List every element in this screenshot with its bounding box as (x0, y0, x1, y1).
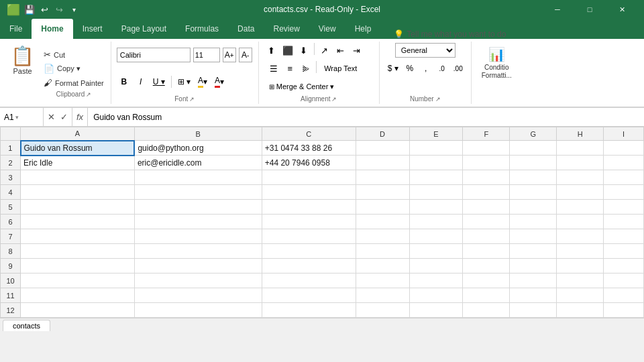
cell-H5[interactable] (557, 200, 604, 215)
align-bottom-button[interactable]: ⬇ (297, 43, 311, 58)
minimize-button[interactable]: ─ (542, 0, 573, 19)
merge-center-button[interactable]: ⊞ Merge & Center ▾ (264, 79, 339, 94)
cell-H10[interactable] (557, 274, 604, 288)
cell-A12[interactable] (21, 303, 135, 318)
cell-A8[interactable] (21, 244, 135, 259)
cell-B8[interactable] (134, 244, 262, 259)
cell-C3[interactable] (262, 170, 356, 185)
cell-F4[interactable] (463, 185, 510, 200)
cell-D11[interactable] (356, 288, 409, 303)
cell-E8[interactable] (409, 244, 463, 259)
cell-E11[interactable] (409, 288, 463, 303)
cell-I1[interactable] (604, 141, 644, 156)
clipboard-expand-icon[interactable]: ↗ (86, 91, 91, 98)
cell-A5[interactable] (21, 200, 135, 215)
font-grow-button[interactable]: A+ (223, 48, 236, 62)
tab-data[interactable]: Data (228, 19, 264, 39)
cell-C6[interactable] (262, 215, 356, 229)
number-expand-icon[interactable]: ↗ (435, 96, 441, 103)
cell-E7[interactable] (409, 229, 463, 244)
formula-confirm-button[interactable]: ✓ (59, 112, 69, 122)
cell-D4[interactable] (356, 185, 409, 200)
cell-C1[interactable]: +31 0474 33 88 26 (262, 141, 356, 156)
row-header-12[interactable]: 12 (1, 303, 21, 318)
row-header-2[interactable]: 2 (1, 156, 21, 170)
row-header-8[interactable]: 8 (1, 244, 21, 259)
cell-D8[interactable] (356, 244, 409, 259)
row-header-10[interactable]: 10 (1, 274, 21, 288)
indent-increase-button[interactable]: ⇥ (350, 43, 364, 58)
cell-C8[interactable] (262, 244, 356, 259)
cell-G10[interactable] (510, 274, 557, 288)
indent-decrease-button[interactable]: ⇤ (333, 43, 348, 58)
row-header-11[interactable]: 11 (1, 288, 21, 303)
font-family-input[interactable] (117, 48, 191, 62)
underline-button[interactable]: U ▾ (150, 74, 168, 89)
close-button[interactable]: ✕ (606, 0, 637, 19)
row-header-6[interactable]: 6 (1, 215, 21, 229)
formula-content[interactable]: Guido van Rossum (88, 113, 644, 122)
comma-button[interactable]: , (419, 61, 433, 76)
cell-C5[interactable] (262, 200, 356, 215)
row-header-3[interactable]: 3 (1, 170, 21, 185)
cell-D1[interactable] (356, 141, 409, 156)
cell-D5[interactable] (356, 200, 409, 215)
cell-B5[interactable] (134, 200, 262, 215)
cell-I3[interactable] (604, 170, 644, 185)
cell-I6[interactable] (604, 215, 644, 229)
cell-F9[interactable] (463, 259, 510, 274)
cell-A4[interactable] (21, 185, 135, 200)
alignment-expand-icon[interactable]: ↗ (331, 96, 337, 103)
maximize-button[interactable]: □ (574, 0, 605, 19)
cell-C10[interactable] (262, 274, 356, 288)
cell-A7[interactable] (21, 229, 135, 244)
cell-I5[interactable] (604, 200, 644, 215)
tab-home[interactable]: Home (32, 19, 72, 39)
cell-ref-dropdown-icon[interactable]: ▾ (15, 114, 19, 121)
cell-E9[interactable] (409, 259, 463, 274)
cell-G12[interactable] (510, 303, 557, 318)
cell-F5[interactable] (463, 200, 510, 215)
cell-H2[interactable] (557, 156, 604, 170)
font-shrink-button[interactable]: A- (239, 48, 252, 62)
cell-B11[interactable] (134, 288, 262, 303)
fill-color-button[interactable]: A▾ (195, 74, 210, 89)
cell-F7[interactable] (463, 229, 510, 244)
cell-G9[interactable] (510, 259, 557, 274)
cell-H12[interactable] (557, 303, 604, 318)
cell-D7[interactable] (356, 229, 409, 244)
align-top-button[interactable]: ⬆ (264, 43, 279, 58)
cell-E12[interactable] (409, 303, 463, 318)
tab-page-layout[interactable]: Page Layout (112, 19, 176, 39)
percent-button[interactable]: % (402, 61, 417, 76)
cell-B1[interactable]: guido@python.org (134, 141, 262, 156)
cell-B6[interactable] (134, 215, 262, 229)
cell-I2[interactable] (604, 156, 644, 170)
format-painter-button[interactable]: 🖌 Format Painter (41, 76, 107, 89)
cell-B12[interactable] (134, 303, 262, 318)
cell-A2[interactable]: Eric Idle (21, 156, 135, 170)
font-color-button[interactable]: A▾ (212, 74, 227, 89)
cell-B2[interactable]: eric@ericidle.com (134, 156, 262, 170)
col-header-i[interactable]: I (604, 127, 644, 141)
row-header-5[interactable]: 5 (1, 200, 21, 215)
cell-G3[interactable] (510, 170, 557, 185)
cell-G6[interactable] (510, 215, 557, 229)
cell-reference-box[interactable]: A1 ▾ (0, 108, 44, 126)
borders-button[interactable]: ⊞ ▾ (175, 74, 193, 89)
col-header-h[interactable]: H (557, 127, 604, 141)
cell-D3[interactable] (356, 170, 409, 185)
cell-D9[interactable] (356, 259, 409, 274)
cell-H11[interactable] (557, 288, 604, 303)
cell-B10[interactable] (134, 274, 262, 288)
cell-F10[interactable] (463, 274, 510, 288)
cell-E10[interactable] (409, 274, 463, 288)
cell-G8[interactable] (510, 244, 557, 259)
cell-H7[interactable] (557, 229, 604, 244)
col-header-a[interactable]: A (21, 127, 135, 141)
cell-H3[interactable] (557, 170, 604, 185)
increase-decimal-button[interactable]: .0 (435, 61, 449, 76)
cell-A11[interactable] (21, 288, 135, 303)
tab-review[interactable]: Review (264, 19, 309, 39)
cell-F1[interactable] (463, 141, 510, 156)
